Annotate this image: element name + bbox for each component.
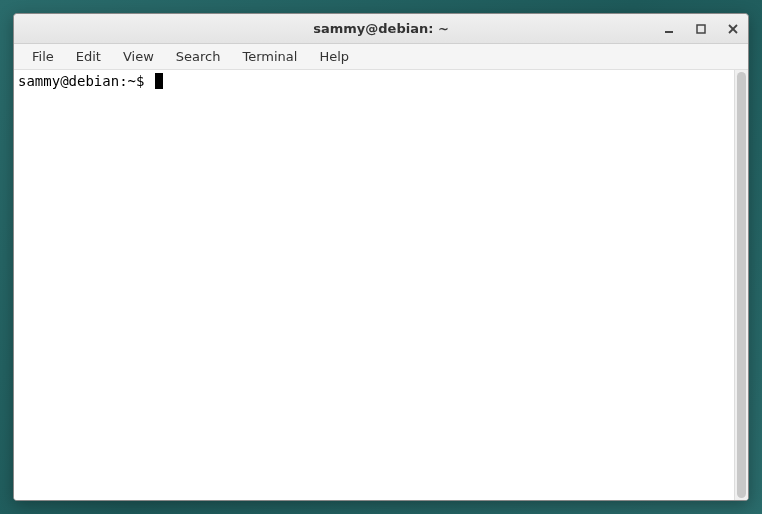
terminal-body: sammy@debian:~$	[14, 70, 748, 500]
menu-help[interactable]: Help	[309, 46, 359, 67]
titlebar[interactable]: sammy@debian: ~	[14, 14, 748, 44]
maximize-button[interactable]	[694, 22, 708, 36]
svg-rect-1	[697, 25, 705, 33]
menu-edit[interactable]: Edit	[66, 46, 111, 67]
scrollbar-thumb[interactable]	[737, 72, 746, 498]
close-icon	[728, 24, 738, 34]
svg-rect-0	[665, 31, 673, 33]
terminal-prompt: sammy@debian:~$	[18, 73, 153, 89]
terminal-window: sammy@debian: ~ File Edit View	[13, 13, 749, 501]
window-controls	[662, 22, 740, 36]
close-button[interactable]	[726, 22, 740, 36]
terminal-cursor	[155, 73, 163, 89]
window-title: sammy@debian: ~	[14, 21, 748, 36]
scrollbar[interactable]	[734, 70, 748, 500]
menu-search[interactable]: Search	[166, 46, 231, 67]
menubar: File Edit View Search Terminal Help	[14, 44, 748, 70]
menu-file[interactable]: File	[22, 46, 64, 67]
menu-terminal[interactable]: Terminal	[232, 46, 307, 67]
menu-view[interactable]: View	[113, 46, 164, 67]
terminal-content[interactable]: sammy@debian:~$	[14, 70, 734, 500]
minimize-icon	[664, 24, 674, 34]
maximize-icon	[696, 24, 706, 34]
minimize-button[interactable]	[662, 22, 676, 36]
